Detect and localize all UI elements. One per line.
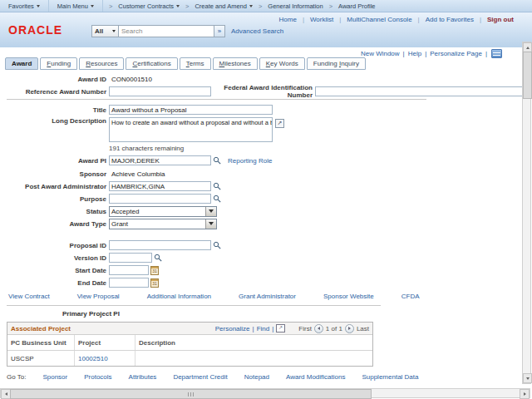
tab-certifications[interactable]: Certifications: [126, 57, 177, 70]
cfda-link[interactable]: CFDA: [401, 293, 420, 300]
search-go-button[interactable]: »: [214, 25, 225, 37]
horizontal-scrollbar[interactable]: [0, 388, 530, 398]
purpose-field[interactable]: [109, 194, 211, 204]
arrow-left-icon: [5, 392, 7, 396]
long-description-field[interactable]: How to create an award without a proposa…: [109, 117, 273, 142]
http-window-icon[interactable]: [491, 49, 502, 58]
home-link[interactable]: Home: [279, 16, 297, 23]
associated-project-header: Associated Project Personalize | Find | …: [7, 323, 372, 335]
last-label: Last: [357, 325, 369, 332]
scroll-right-button[interactable]: [520, 389, 530, 399]
additional-information-link[interactable]: Additional Information: [147, 293, 211, 300]
title-field[interactable]: [109, 105, 273, 115]
chevron-right-icon: [348, 327, 351, 330]
reference-award-number-field[interactable]: [109, 86, 211, 96]
personalize-link[interactable]: Personalize: [215, 325, 250, 332]
start-date-label: Start Date: [7, 267, 106, 274]
award-modifications-link[interactable]: Award Modifications: [286, 373, 345, 381]
award-type-label: Award Type: [7, 220, 106, 228]
expand-icon[interactable]: ↗: [275, 119, 284, 128]
award-pi-field[interactable]: [109, 155, 211, 165]
find-link[interactable]: Find: [257, 325, 270, 332]
sign-out-link[interactable]: Sign out: [487, 16, 514, 23]
version-id-label: Version ID: [7, 254, 106, 262]
search-scope-select[interactable]: All: [91, 25, 119, 37]
view-all-icon[interactable]: ↗: [276, 324, 285, 332]
vertical-scrollbar[interactable]: [522, 42, 531, 384]
grant-administrator-link[interactable]: Grant Administrator: [239, 293, 296, 300]
breadcrumb-general-information[interactable]: General Information: [268, 2, 323, 10]
lookup-icon[interactable]: [213, 182, 221, 190]
lookup-icon[interactable]: [213, 156, 221, 165]
chevron-down-icon: [249, 5, 253, 7]
lookup-icon[interactable]: [213, 241, 221, 249]
personalize-page-link[interactable]: Personalize Page: [430, 50, 482, 57]
view-proposal-link[interactable]: View Proposal: [77, 293, 120, 300]
advanced-search-link[interactable]: Advanced Search: [231, 27, 283, 35]
protocols-link[interactable]: Protocols: [84, 373, 111, 381]
attributes-link[interactable]: Attributes: [129, 373, 157, 381]
department-credit-link[interactable]: Department Credit: [173, 373, 227, 381]
table-row: USCSP 10002510: [7, 351, 372, 366]
page-header: ORACLE Home | Worklist | MultiChannel Co…: [0, 12, 532, 48]
calendar-icon[interactable]: 31: [150, 278, 159, 288]
proposal-id-field[interactable]: [109, 240, 211, 250]
new-window-link[interactable]: New Window: [361, 50, 400, 57]
grid-column-headers: PC Business Unit Project Description: [7, 335, 372, 351]
description-column-header: Description: [135, 335, 372, 350]
tab-funding[interactable]: Funding: [40, 57, 77, 70]
start-date-field[interactable]: [109, 265, 149, 275]
oracle-logo: ORACLE: [8, 23, 62, 37]
chevron-down-icon: [209, 209, 214, 213]
breadcrumb-main-menu[interactable]: Main Menu: [49, 0, 103, 12]
end-date-field[interactable]: [109, 278, 149, 288]
next-row-button[interactable]: [345, 324, 354, 333]
dropdown-button: [205, 219, 216, 229]
title-label: Title: [7, 106, 106, 114]
award-id-label: Award ID: [7, 76, 106, 83]
award-type-select[interactable]: Grant: [109, 219, 217, 229]
horizontal-scrollbar-thumb[interactable]: [10, 389, 372, 399]
lookup-icon[interactable]: [154, 254, 162, 262]
scroll-down-button[interactable]: [523, 373, 532, 383]
search-input[interactable]: [119, 25, 214, 37]
previous-row-button[interactable]: [314, 324, 323, 333]
link-divider: |: [480, 16, 481, 23]
sponsor-website-link[interactable]: Sponsor Website: [323, 293, 374, 300]
post-award-administrator-field[interactable]: [109, 181, 211, 191]
vertical-scrollbar-thumb[interactable]: [523, 52, 532, 99]
tab-funding-inquiry[interactable]: Funding Inquiry: [307, 57, 366, 70]
lookup-icon[interactable]: [213, 195, 221, 203]
help-link[interactable]: Help: [408, 50, 421, 57]
supplemental-data-link[interactable]: Supplemental Data: [362, 373, 418, 381]
status-label: Status: [7, 208, 106, 215]
multichannel-console-link[interactable]: MultiChannel Console: [347, 16, 411, 23]
tab-resources[interactable]: Resources: [79, 57, 124, 70]
breadcrumb-create-and-amend[interactable]: Create and Amend: [195, 2, 253, 10]
associated-project-title: Associated Project: [11, 325, 71, 332]
tab-award[interactable]: Award: [5, 57, 38, 70]
link-divider: |: [425, 50, 426, 57]
worklist-link[interactable]: Worklist: [310, 16, 333, 23]
status-select[interactable]: Accepted: [109, 206, 217, 217]
federal-award-identification-number-field[interactable]: [315, 86, 527, 96]
tab-terms[interactable]: Terms: [180, 57, 211, 70]
tab-key-words[interactable]: Key Words: [259, 57, 305, 70]
version-id-field[interactable]: [109, 253, 152, 263]
breadcrumb-favorites[interactable]: Favorites: [0, 0, 49, 12]
breadcrumb-award-profile[interactable]: Award Profile: [338, 2, 375, 10]
breadcrumb-customer-contracts[interactable]: Customer Contracts: [118, 2, 180, 10]
reporting-role-link[interactable]: Reporting Role: [228, 157, 272, 165]
view-contract-link[interactable]: View Contract: [8, 293, 50, 300]
first-label: First: [298, 325, 312, 332]
tab-milestones[interactable]: Milestones: [213, 57, 258, 70]
chevron-down-icon: [209, 222, 214, 225]
project-link[interactable]: 10002510: [78, 355, 108, 362]
notepad-link[interactable]: Notepad: [244, 373, 269, 381]
sponsor-link[interactable]: Sponsor: [42, 373, 67, 381]
pc-business-unit-cell: USCSP: [7, 351, 75, 366]
row-count: 1 of 1: [326, 325, 342, 332]
calendar-icon[interactable]: 31: [150, 266, 159, 275]
quick-links: View Contract View Proposal Additional I…: [8, 293, 532, 300]
add-to-favorites-link[interactable]: Add to Favorites: [426, 16, 474, 23]
